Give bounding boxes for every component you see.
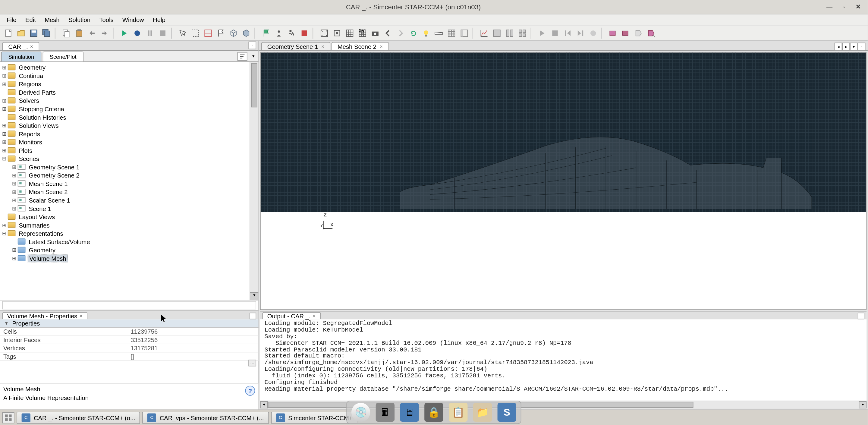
- pause-icon[interactable]: [144, 27, 156, 39]
- copy-icon[interactable]: [60, 27, 72, 39]
- stepback-icon[interactable]: [562, 27, 574, 39]
- tree-item[interactable]: ⊞Plots: [0, 146, 258, 155]
- forward-icon[interactable]: [395, 27, 407, 39]
- tree-item[interactable]: ⊟Scenes: [0, 154, 258, 163]
- task-item[interactable]: CCAR _. - Simcenter STAR-CCM+ (o...: [17, 412, 140, 424]
- sort-button[interactable]: [238, 52, 247, 61]
- expand-icon[interactable]: ⊞: [11, 198, 18, 203]
- tree-item[interactable]: ⊞Scene 1: [0, 204, 258, 212]
- tree-item[interactable]: ⊞Solution Views: [0, 121, 258, 130]
- close-button[interactable]: ✕: [852, 2, 864, 12]
- tree-item[interactable]: Derived Parts: [0, 88, 258, 96]
- stop2-icon[interactable]: [549, 27, 561, 39]
- filter-input[interactable]: [2, 301, 256, 309]
- properties-tab-close-icon[interactable]: ×: [80, 313, 83, 318]
- fit-icon[interactable]: [318, 27, 330, 39]
- refresh-icon[interactable]: [407, 27, 419, 39]
- layout4-icon[interactable]: [516, 27, 528, 39]
- scene-tab-geometry1[interactable]: Geometry Scene 1 ×: [261, 42, 330, 51]
- open-icon[interactable]: [15, 27, 27, 39]
- expand-icon[interactable]: ⊞: [1, 131, 8, 136]
- sort-drop-button[interactable]: ▾: [250, 52, 257, 61]
- tag2-icon[interactable]: [620, 27, 632, 39]
- tree-scrollbar[interactable]: ▾: [250, 62, 258, 300]
- maximize-button[interactable]: ▫: [838, 2, 850, 12]
- properties-tab[interactable]: Volume Mesh - Properties ×: [2, 312, 87, 320]
- tree-item[interactable]: ⊞Reports: [0, 130, 258, 138]
- zoom-selected-icon[interactable]: [331, 27, 343, 39]
- scroll-right-icon[interactable]: ▸: [859, 401, 867, 408]
- expand-icon[interactable]: ⊞: [1, 98, 8, 103]
- expand-icon[interactable]: ⊞: [1, 64, 8, 70]
- output-window-icon[interactable]: [858, 312, 864, 319]
- scene-nav-max-icon[interactable]: ▫: [858, 42, 866, 50]
- menu-tools[interactable]: Tools: [95, 15, 118, 24]
- scroll-down-icon[interactable]: ▾: [250, 292, 258, 300]
- scene-tab-close[interactable]: ×: [321, 44, 324, 49]
- scene-nav-prev-icon[interactable]: ◂: [835, 42, 842, 50]
- expand-icon[interactable]: ⊞: [11, 255, 18, 261]
- menu-solution[interactable]: Solution: [64, 15, 95, 24]
- select-icon[interactable]: [177, 27, 189, 39]
- expand-icon[interactable]: ⊞: [1, 139, 8, 145]
- tag-drop-icon[interactable]: [645, 27, 657, 39]
- dock-monitor-icon[interactable]: 🖥: [400, 403, 418, 422]
- cube-icon[interactable]: [227, 27, 240, 39]
- tree-item[interactable]: ⊞Geometry Scene 2: [0, 171, 258, 179]
- layout1-icon[interactable]: [491, 27, 503, 39]
- menu-edit[interactable]: Edit: [21, 15, 40, 24]
- play2-icon[interactable]: [536, 27, 548, 39]
- dock-notes-icon[interactable]: 📋: [449, 403, 467, 422]
- tree-item[interactable]: ⊞Stopping Criteria: [0, 104, 258, 113]
- minimize-button[interactable]: —: [824, 2, 835, 12]
- expand-icon[interactable]: ⊞: [11, 206, 18, 211]
- doc-tab[interactable]: CAR _. ×: [2, 42, 39, 51]
- property-edit-button[interactable]: …: [248, 360, 256, 366]
- undo-icon[interactable]: [86, 27, 98, 39]
- tree-item[interactable]: ⊞Monitors: [0, 138, 258, 146]
- plot-icon[interactable]: [478, 27, 490, 39]
- tree-item[interactable]: ⊞Geometry: [0, 63, 258, 71]
- flag-green-icon[interactable]: [260, 27, 272, 39]
- help-icon[interactable]: ?: [245, 386, 255, 396]
- property-row[interactable]: Cells11239756: [0, 328, 258, 336]
- properties-window-icon[interactable]: [250, 312, 256, 319]
- output-tab-close-icon[interactable]: ×: [313, 313, 316, 318]
- menu-file[interactable]: File: [2, 15, 21, 24]
- expand-icon[interactable]: ⊞: [11, 181, 18, 186]
- tree-item[interactable]: ⊞Regions: [0, 80, 258, 88]
- tree-item[interactable]: ⊞Summaries: [0, 221, 258, 230]
- tree-item[interactable]: ⊞Mesh Scene 2: [0, 187, 258, 196]
- doc-tab-window-icon[interactable]: ▫: [248, 41, 256, 50]
- output-tab[interactable]: Output - CAR _. ×: [262, 312, 321, 320]
- scroll-thumb[interactable]: [251, 63, 257, 107]
- scene-tab-close[interactable]: ×: [380, 44, 383, 49]
- stepfwd-icon[interactable]: [575, 27, 587, 39]
- scroll-left-icon[interactable]: ◂: [260, 401, 268, 408]
- tree-item[interactable]: Latest Surface/Volume: [0, 238, 258, 246]
- property-row[interactable]: Vertices13175281: [0, 344, 258, 353]
- grid-on-icon[interactable]: [445, 27, 458, 39]
- run-person-icon[interactable]: [285, 27, 298, 39]
- dock-disc-icon[interactable]: 💿: [351, 403, 370, 422]
- run-icon[interactable]: [131, 27, 143, 39]
- tree-item[interactable]: ⊞Geometry: [0, 246, 258, 254]
- dock-s-icon[interactable]: S: [498, 403, 516, 422]
- scene-tab-mesh2[interactable]: Mesh Scene 2 ×: [332, 42, 389, 51]
- menu-window[interactable]: Window: [118, 15, 148, 24]
- stop-icon[interactable]: [157, 27, 169, 39]
- tree-item[interactable]: ⊞Geometry Scene 1: [0, 163, 258, 171]
- record-icon[interactable]: [587, 27, 599, 39]
- expand-icon[interactable]: ⊟: [1, 156, 8, 161]
- tag3-icon[interactable]: [632, 27, 645, 39]
- task-item[interactable]: CSimcenter STAR-CCM+: [271, 412, 358, 424]
- expand-icon[interactable]: ⊞: [11, 164, 18, 170]
- ruler-icon[interactable]: [433, 27, 445, 39]
- menu-mesh[interactable]: Mesh: [40, 15, 64, 24]
- expand-icon[interactable]: ⊞: [1, 73, 8, 78]
- tree-item[interactable]: ⊞Solvers: [0, 96, 258, 104]
- viewport[interactable]: z y x: [260, 52, 867, 310]
- panel-icon[interactable]: [458, 27, 470, 39]
- expand-icon[interactable]: ⊞: [1, 123, 8, 128]
- output-text[interactable]: Loading module: SegregatedFlowModel Load…: [260, 319, 867, 401]
